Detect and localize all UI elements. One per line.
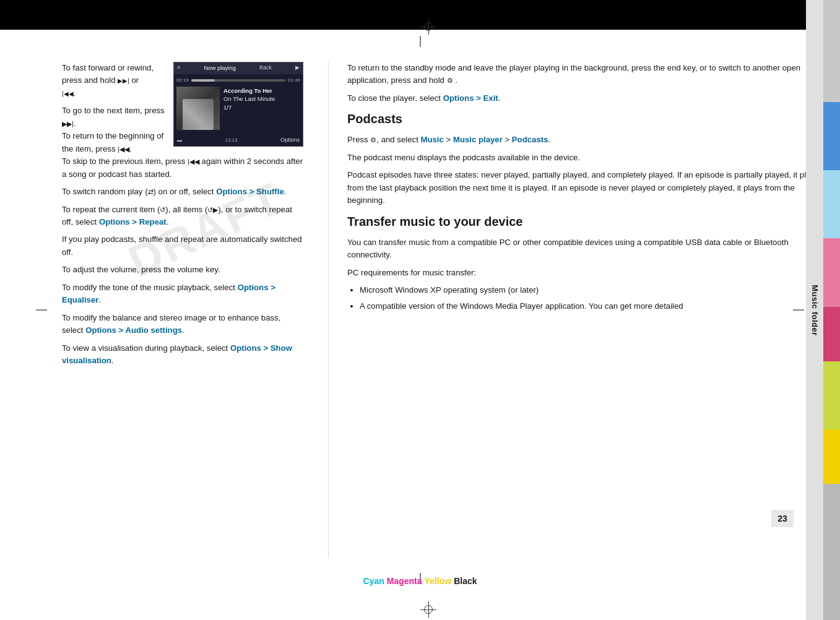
- phone-screenshot: ≡ Now playing Back ▶ 00:19 01:46 Accordi…: [173, 62, 303, 147]
- phone-menu-icon: ≡: [177, 64, 180, 72]
- line-mark-left: [36, 310, 47, 311]
- left-para1-end: .: [74, 88, 76, 98]
- rew-icon: |◀◀: [62, 90, 74, 97]
- left-para1-text: To fast forward or rewind, press and hol…: [62, 63, 154, 85]
- phone-album-art: [176, 87, 220, 130]
- color-segment-gray-top: [823, 0, 840, 102]
- bottom-cyan: Cyan: [362, 576, 386, 586]
- left-para7: To modify the tone of the music playback…: [62, 282, 303, 307]
- repeat-all-icon: ↺▶: [207, 205, 218, 215]
- corner-mark-tl: [0, 0, 840, 7]
- prev-icon: |◀◀: [188, 157, 199, 167]
- requirements-list: Microsoft Windows XP operating system (o…: [347, 284, 828, 313]
- right-para1: To return to the standby mode and leave …: [347, 62, 828, 87]
- music-player-label: Music player: [453, 135, 503, 144]
- corner-mark-tr: [0, 7, 840, 15]
- color-segment-green-yellow: [823, 361, 840, 429]
- options-equaliser-label: Options > Equaliser: [62, 283, 275, 304]
- phone-arrow-icon: ▶: [295, 64, 300, 72]
- side-panel: Music folder: [806, 0, 840, 620]
- page-number: 23: [777, 514, 787, 523]
- bottom-black: Black: [452, 576, 478, 586]
- options-visual-label: Options > Show visualisation: [62, 343, 292, 365]
- phone-time-left: 00:19: [176, 77, 189, 84]
- left-para1-or: or: [129, 75, 139, 85]
- ff-icon: ▶▶|: [118, 77, 129, 84]
- color-segment-pink-dark: [823, 307, 840, 361]
- transfer-para2: PC requirements for music transfer:: [347, 267, 828, 279]
- left-para4: To repeat the current item (↺), all item…: [62, 204, 303, 229]
- left-para6: To adjust the volume, press the volume k…: [62, 264, 303, 276]
- phone-options: Options: [280, 136, 300, 145]
- color-bar: [823, 0, 840, 620]
- shuffle-icon: ⇄: [148, 187, 154, 197]
- right-para2: To close the player, select Options > Ex…: [347, 92, 828, 105]
- phone-progress-area: 00:19 01:46: [176, 77, 300, 84]
- podcasts-para3: Podcast episodes have three states: neve…: [347, 169, 828, 207]
- left-para5: If you play podcasts, shuffle and repeat…: [62, 233, 303, 259]
- options-repeat-label: Options > Repeat: [99, 217, 167, 226]
- phone-content: 00:19 01:46 According To Her On The Last…: [174, 74, 303, 135]
- music-label: Music: [420, 135, 443, 144]
- bottom-yellow: Yellow: [423, 576, 453, 586]
- transfer-para1: You can transfer music from a compatible…: [347, 236, 828, 262]
- page-container: ≡ Now playing Back ▶ 00:19 01:46 Accordi…: [62, 62, 840, 558]
- phone-time-right: 01:46: [288, 77, 300, 84]
- transfer-heading: Transfer music to your device: [347, 212, 828, 231]
- side-tab-label: Music folder: [810, 285, 820, 336]
- left-para9: To view a visualisation during playback,…: [62, 342, 303, 368]
- options-audio-label: Options > Audio settings: [85, 325, 182, 335]
- bottom-color-strip: Cyan Magenta Yellow Black: [0, 576, 840, 586]
- left-para8: To modify the balance and stereo image o…: [62, 312, 303, 337]
- repeat-one-icon: ↺: [160, 205, 165, 215]
- options-shuffle-label: Options > Shuffle: [216, 187, 284, 196]
- bullet-item-2: A compatible version of the Windows Medi…: [360, 300, 828, 312]
- left-column: ≡ Now playing Back ▶ 00:19 01:46 Accordi…: [62, 62, 316, 558]
- right-column: To return to the standby mode and leave …: [341, 62, 840, 558]
- line-mark-top: [420, 36, 420, 47]
- phone-progress-fill: [191, 79, 215, 82]
- phone-eq-icon: ▬: [177, 137, 182, 144]
- podcasts-para2: The podcast menu displays the podcasts a…: [347, 152, 828, 164]
- color-segment-yellow: [823, 429, 840, 484]
- phone-progress-bar: [191, 79, 285, 82]
- left-para3: To switch random play (⇄) on or off, sel…: [62, 186, 303, 198]
- phone-bottom-bar: ▬ 13:13 Options: [174, 135, 303, 146]
- options-exit-label: Options > Exit: [443, 93, 498, 103]
- press-icon: ⚙: [370, 135, 376, 145]
- phone-bottom-time: 13:13: [225, 137, 237, 144]
- prev-begin-icon: |◀◀: [118, 144, 129, 155]
- color-segment-gray-bottom: [823, 484, 840, 620]
- page-number-box: 23: [771, 510, 794, 527]
- color-segment-cyan-light: [823, 170, 840, 238]
- phone-top-bar: ≡ Now playing Back ▶: [174, 62, 303, 74]
- podcasts-para1: Press ⚙, and select Music > Music player…: [347, 134, 828, 146]
- color-segment-blue: [823, 102, 840, 170]
- bullet-item-1: Microsoft Windows XP operating system (o…: [360, 284, 828, 296]
- podcasts-label: Podcasts: [512, 135, 548, 144]
- phone-back-label: Back: [259, 64, 272, 72]
- app-switch-icon: ⚙: [447, 75, 453, 86]
- phone-main-area: According To Her On The Last Minute 1/7: [176, 87, 300, 132]
- color-segment-pink: [823, 238, 840, 306]
- phone-now-playing: Now playing: [204, 64, 236, 73]
- column-divider: [328, 62, 329, 558]
- bottom-magenta: Magenta: [386, 576, 423, 586]
- side-tab: Music folder: [806, 0, 823, 620]
- next-icon: ▶▶|: [62, 119, 74, 129]
- podcasts-heading: Podcasts: [347, 110, 828, 129]
